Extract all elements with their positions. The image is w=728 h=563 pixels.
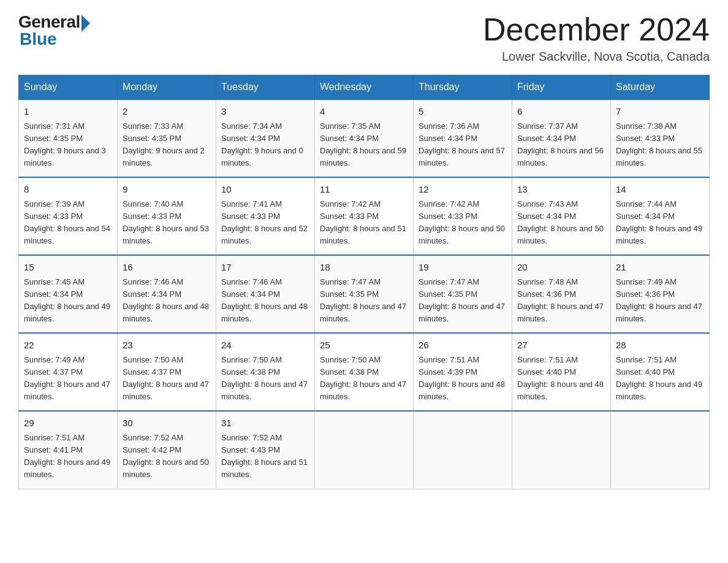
weekday-header-monday: Monday xyxy=(118,75,216,100)
day-number: 15 xyxy=(24,261,112,275)
day-info: Sunrise: 7:42 AMSunset: 4:33 PMDaylight:… xyxy=(320,199,406,245)
calendar-week-row: 29Sunrise: 7:51 AMSunset: 4:41 PMDayligh… xyxy=(19,411,710,489)
calendar-cell: 12Sunrise: 7:42 AMSunset: 4:33 PMDayligh… xyxy=(414,177,512,255)
calendar-cell: 14Sunrise: 7:44 AMSunset: 4:34 PMDayligh… xyxy=(611,177,710,255)
day-info: Sunrise: 7:43 AMSunset: 4:34 PMDaylight:… xyxy=(517,199,604,245)
day-info: Sunrise: 7:50 AMSunset: 4:38 PMDaylight:… xyxy=(221,355,308,401)
day-number: 2 xyxy=(123,105,211,119)
day-info: Sunrise: 7:34 AMSunset: 4:34 PMDaylight:… xyxy=(221,121,303,167)
day-number: 1 xyxy=(24,105,112,119)
weekday-header-saturday: Saturday xyxy=(611,75,710,100)
logo-blue-text: Blue xyxy=(20,29,57,49)
weekday-header-friday: Friday xyxy=(512,75,611,100)
day-info: Sunrise: 7:45 AMSunset: 4:34 PMDaylight:… xyxy=(24,277,110,323)
day-info: Sunrise: 7:37 AMSunset: 4:34 PMDaylight:… xyxy=(517,121,604,167)
calendar-cell: 13Sunrise: 7:43 AMSunset: 4:34 PMDayligh… xyxy=(512,177,611,255)
day-info: Sunrise: 7:52 AMSunset: 4:42 PMDaylight:… xyxy=(123,433,209,479)
day-info: Sunrise: 7:31 AMSunset: 4:35 PMDaylight:… xyxy=(24,121,106,167)
calendar-cell: 27Sunrise: 7:51 AMSunset: 4:40 PMDayligh… xyxy=(512,333,611,411)
calendar-cell: 19Sunrise: 7:47 AMSunset: 4:35 PMDayligh… xyxy=(414,255,512,333)
day-info: Sunrise: 7:52 AMSunset: 4:43 PMDaylight:… xyxy=(221,433,308,479)
calendar-cell: 5Sunrise: 7:36 AMSunset: 4:34 PMDaylight… xyxy=(414,99,512,177)
day-number: 8 xyxy=(24,183,112,197)
calendar-cell: 28Sunrise: 7:51 AMSunset: 4:40 PMDayligh… xyxy=(611,333,710,411)
day-number: 11 xyxy=(320,183,408,197)
day-number: 7 xyxy=(616,105,704,119)
day-info: Sunrise: 7:36 AMSunset: 4:34 PMDaylight:… xyxy=(419,121,505,167)
day-number: 24 xyxy=(221,339,309,353)
day-number: 17 xyxy=(221,261,309,275)
day-number: 22 xyxy=(24,339,112,353)
calendar-cell: 10Sunrise: 7:41 AMSunset: 4:33 PMDayligh… xyxy=(216,177,315,255)
day-number: 9 xyxy=(123,183,211,197)
day-number: 23 xyxy=(123,339,211,353)
day-info: Sunrise: 7:47 AMSunset: 4:35 PMDaylight:… xyxy=(320,277,406,323)
weekday-header-row: SundayMondayTuesdayWednesdayThursdayFrid… xyxy=(19,75,710,100)
day-info: Sunrise: 7:39 AMSunset: 4:33 PMDaylight:… xyxy=(24,199,110,245)
calendar-cell: 15Sunrise: 7:45 AMSunset: 4:34 PMDayligh… xyxy=(19,255,118,333)
calendar-week-row: 15Sunrise: 7:45 AMSunset: 4:34 PMDayligh… xyxy=(19,255,710,333)
calendar-cell xyxy=(315,411,414,489)
calendar-header: SundayMondayTuesdayWednesdayThursdayFrid… xyxy=(19,75,710,100)
day-info: Sunrise: 7:50 AMSunset: 4:37 PMDaylight:… xyxy=(123,355,209,401)
calendar-cell: 3Sunrise: 7:34 AMSunset: 4:34 PMDaylight… xyxy=(216,99,315,177)
day-info: Sunrise: 7:33 AMSunset: 4:35 PMDaylight:… xyxy=(123,121,205,167)
calendar-cell: 17Sunrise: 7:46 AMSunset: 4:34 PMDayligh… xyxy=(216,255,315,333)
day-number: 12 xyxy=(419,183,507,197)
day-number: 28 xyxy=(616,339,704,353)
day-number: 18 xyxy=(320,261,408,275)
day-number: 20 xyxy=(517,261,605,275)
weekday-header-wednesday: Wednesday xyxy=(315,75,414,100)
location-text: Lower Sackville, Nova Scotia, Canada xyxy=(483,50,710,64)
calendar-week-row: 1Sunrise: 7:31 AMSunset: 4:35 PMDaylight… xyxy=(19,99,710,177)
day-info: Sunrise: 7:51 AMSunset: 4:41 PMDaylight:… xyxy=(24,433,110,479)
calendar-cell: 6Sunrise: 7:37 AMSunset: 4:34 PMDaylight… xyxy=(512,99,611,177)
day-info: Sunrise: 7:48 AMSunset: 4:36 PMDaylight:… xyxy=(517,277,604,323)
month-title: December 2024 xyxy=(483,12,710,47)
day-info: Sunrise: 7:50 AMSunset: 4:38 PMDaylight:… xyxy=(320,355,406,401)
calendar-cell: 11Sunrise: 7:42 AMSunset: 4:33 PMDayligh… xyxy=(315,177,414,255)
day-number: 3 xyxy=(221,105,309,119)
calendar-cell: 9Sunrise: 7:40 AMSunset: 4:33 PMDaylight… xyxy=(118,177,216,255)
day-info: Sunrise: 7:51 AMSunset: 4:40 PMDaylight:… xyxy=(517,355,604,401)
day-number: 6 xyxy=(517,105,605,119)
day-info: Sunrise: 7:41 AMSunset: 4:33 PMDaylight:… xyxy=(221,199,308,245)
day-info: Sunrise: 7:38 AMSunset: 4:33 PMDaylight:… xyxy=(616,121,702,167)
calendar-cell: 26Sunrise: 7:51 AMSunset: 4:39 PMDayligh… xyxy=(414,333,512,411)
calendar-cell: 16Sunrise: 7:46 AMSunset: 4:34 PMDayligh… xyxy=(118,255,216,333)
calendar-cell: 25Sunrise: 7:50 AMSunset: 4:38 PMDayligh… xyxy=(315,333,414,411)
title-block: December 2024 Lower Sackville, Nova Scot… xyxy=(483,12,710,64)
day-info: Sunrise: 7:42 AMSunset: 4:33 PMDaylight:… xyxy=(419,199,505,245)
day-info: Sunrise: 7:51 AMSunset: 4:40 PMDaylight:… xyxy=(616,355,702,401)
calendar-cell: 18Sunrise: 7:47 AMSunset: 4:35 PMDayligh… xyxy=(315,255,414,333)
calendar-cell: 7Sunrise: 7:38 AMSunset: 4:33 PMDaylight… xyxy=(611,99,710,177)
day-info: Sunrise: 7:49 AMSunset: 4:36 PMDaylight:… xyxy=(616,277,702,323)
day-info: Sunrise: 7:35 AMSunset: 4:34 PMDaylight:… xyxy=(320,121,406,167)
weekday-header-thursday: Thursday xyxy=(414,75,512,100)
calendar-cell: 23Sunrise: 7:50 AMSunset: 4:37 PMDayligh… xyxy=(118,333,216,411)
day-number: 31 xyxy=(221,416,309,431)
day-info: Sunrise: 7:46 AMSunset: 4:34 PMDaylight:… xyxy=(221,277,308,323)
day-number: 25 xyxy=(320,339,408,353)
logo-arrow-icon xyxy=(82,15,90,32)
calendar-cell: 24Sunrise: 7:50 AMSunset: 4:38 PMDayligh… xyxy=(216,333,315,411)
day-number: 14 xyxy=(616,183,704,197)
day-number: 30 xyxy=(123,416,211,431)
calendar-cell: 2Sunrise: 7:33 AMSunset: 4:35 PMDaylight… xyxy=(118,99,216,177)
calendar-cell: 29Sunrise: 7:51 AMSunset: 4:41 PMDayligh… xyxy=(19,411,118,489)
day-number: 26 xyxy=(419,339,507,353)
day-number: 21 xyxy=(616,261,704,275)
calendar-cell: 30Sunrise: 7:52 AMSunset: 4:42 PMDayligh… xyxy=(118,411,216,489)
day-number: 16 xyxy=(123,261,211,275)
day-info: Sunrise: 7:49 AMSunset: 4:37 PMDaylight:… xyxy=(24,355,110,401)
day-info: Sunrise: 7:51 AMSunset: 4:39 PMDaylight:… xyxy=(419,355,505,401)
day-number: 13 xyxy=(517,183,605,197)
calendar-cell: 8Sunrise: 7:39 AMSunset: 4:33 PMDaylight… xyxy=(19,177,118,255)
weekday-header-tuesday: Tuesday xyxy=(216,75,315,100)
calendar-cell: 1Sunrise: 7:31 AMSunset: 4:35 PMDaylight… xyxy=(19,99,118,177)
calendar-cell xyxy=(512,411,611,489)
day-number: 29 xyxy=(24,416,112,431)
day-number: 5 xyxy=(419,105,507,119)
day-info: Sunrise: 7:46 AMSunset: 4:34 PMDaylight:… xyxy=(123,277,209,323)
day-info: Sunrise: 7:47 AMSunset: 4:35 PMDaylight:… xyxy=(419,277,505,323)
